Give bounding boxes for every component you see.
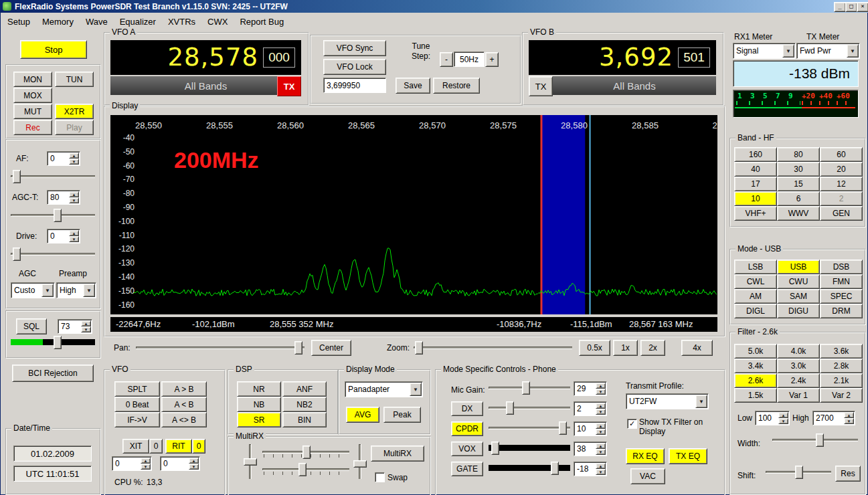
spinner-down-icon[interactable]: ▼	[844, 418, 854, 424]
drive-slider[interactable]	[11, 248, 95, 260]
display-mode-dropdown[interactable]: Panadapter▼	[345, 381, 423, 397]
zoom-2x-button[interactable]: 2x	[640, 340, 665, 356]
af-spinner[interactable]: 0▲▼	[47, 151, 80, 166]
mode-button-cwl[interactable]: CWL	[734, 274, 777, 289]
spinner-down-icon[interactable]: ▼	[596, 469, 606, 475]
spinner-up-icon[interactable]: ▲	[778, 412, 788, 418]
drive-spinner[interactable]: 0▲▼	[47, 229, 80, 243]
spinner-down-icon[interactable]: ▼	[778, 418, 788, 424]
bin-button[interactable]: BIN	[282, 412, 327, 427]
slider-thumb[interactable]	[294, 341, 302, 355]
multirx-pan-slider[interactable]	[262, 463, 349, 475]
zero-beat-button[interactable]: 0 Beat	[114, 397, 160, 412]
mode-button-digu[interactable]: DIGU	[777, 304, 820, 318]
mode-button-usb[interactable]: USB	[777, 260, 820, 274]
sql-slider[interactable]	[11, 336, 95, 348]
peak-button[interactable]: Peak	[383, 407, 421, 423]
preamp-dropdown[interactable]: High▼	[56, 282, 96, 298]
band-button-160[interactable]: 160	[734, 147, 777, 162]
agc-dropdown[interactable]: Custo▼	[11, 282, 55, 298]
agct-slider[interactable]	[11, 209, 95, 221]
slider-thumb[interactable]	[506, 401, 514, 415]
mode-button-drm[interactable]: DRM	[820, 304, 863, 318]
band-button-gen[interactable]: GEN	[820, 206, 863, 221]
spinner-up-icon[interactable]: ▲	[189, 458, 199, 464]
zoom-slider[interactable]	[414, 341, 572, 353]
spinner-down-icon[interactable]: ▼	[69, 197, 79, 203]
center-button[interactable]: Center	[311, 340, 351, 356]
tun-button[interactable]: TUN	[55, 72, 94, 87]
close-button[interactable]: ×	[857, 2, 868, 12]
mic-gain-spinner[interactable]: 29▲▼	[574, 381, 607, 396]
sql-spinner[interactable]: 73▲▼	[58, 319, 92, 334]
avg-button[interactable]: AVG	[346, 407, 379, 423]
slider-thumb[interactable]	[13, 170, 21, 183]
spinner-up-icon[interactable]: ▲	[596, 383, 606, 389]
menu-item-cwx[interactable]: CWX	[201, 13, 234, 30]
dropdown-arrow-icon[interactable]: ▼	[41, 284, 54, 297]
spinner-up-icon[interactable]: ▲	[69, 153, 79, 159]
tune-step-minus-button[interactable]: -	[440, 52, 453, 67]
band-button-15[interactable]: 15	[777, 177, 820, 191]
xit-button[interactable]: XIT	[122, 439, 149, 454]
band-button-10[interactable]: 10	[734, 191, 777, 206]
band-button-60[interactable]: 60	[820, 147, 863, 162]
vac-button[interactable]: VAC	[630, 468, 665, 484]
a-to-b-button[interactable]: A > B	[161, 381, 207, 397]
band-button-17[interactable]: 17	[734, 177, 777, 191]
dropdown-arrow-icon[interactable]: ▼	[847, 44, 859, 58]
title-bar[interactable]: FlexRadio Systems PowerSDR Test Branch v…	[0, 0, 868, 13]
cpdr-slider[interactable]	[489, 421, 570, 433]
gate-spinner[interactable]: -18▲▼	[574, 462, 607, 476]
spinner-up-icon[interactable]: ▲	[844, 412, 854, 418]
slider-thumb[interactable]	[302, 446, 311, 459]
filter-button-36k[interactable]: 3.6k	[820, 344, 863, 359]
nr-button[interactable]: NR	[237, 381, 281, 397]
mox-button[interactable]: MOX	[13, 88, 52, 103]
vfo-b-frequency-display[interactable]: 3,692 501	[529, 40, 716, 75]
cpdr-spinner[interactable]: 10▲▼	[574, 421, 607, 436]
dropdown-arrow-icon[interactable]: ▼	[695, 395, 707, 408]
restore-button[interactable]: Restore	[433, 78, 480, 94]
filter-button-28k[interactable]: 2.8k	[820, 359, 863, 373]
filter-button-50k[interactable]: 5.0k	[734, 344, 777, 359]
gate-slider[interactable]	[489, 462, 570, 474]
minimize-button[interactable]: _	[834, 2, 846, 12]
filter-button-24k[interactable]: 2.4k	[777, 373, 820, 388]
vfo-a-frequency-display[interactable]: 28,578 000	[110, 40, 301, 75]
dx-slider[interactable]	[489, 401, 570, 413]
mode-button-fmn[interactable]: FMN	[820, 274, 863, 289]
slider-thumb[interactable]	[559, 421, 567, 435]
tune-step-plus-button[interactable]: +	[485, 52, 499, 67]
agct-spinner[interactable]: 80▲▼	[47, 190, 80, 205]
pan-slider[interactable]	[136, 341, 305, 353]
tx-meter-dropdown[interactable]: Fwd Pwr▼	[796, 43, 860, 59]
spinner-down-icon[interactable]: ▼	[596, 389, 606, 395]
filter-button-40k[interactable]: 4.0k	[777, 344, 820, 359]
zoom-4x-button[interactable]: 4x	[681, 340, 713, 356]
vox-spinner[interactable]: 38▲▼	[574, 441, 607, 456]
gate-button[interactable]: GATE	[451, 462, 483, 476]
save-button[interactable]: Save	[396, 78, 430, 94]
vfo-b-band-bar[interactable]: All Bands	[553, 76, 716, 95]
spinner-down-icon[interactable]: ▼	[81, 326, 91, 332]
spinner-down-icon[interactable]: ▼	[596, 409, 606, 415]
cpdr-button[interactable]: CPDR	[451, 421, 483, 436]
vox-button[interactable]: VOX	[451, 441, 483, 456]
zoom-05x-button[interactable]: 0.5x	[579, 340, 610, 356]
tune-step-field[interactable]: 50Hz	[454, 52, 485, 67]
spinner-up-icon[interactable]: ▲	[596, 403, 606, 409]
sql-button[interactable]: SQL	[16, 318, 47, 334]
menu-item-memory[interactable]: Memory	[36, 13, 80, 30]
menu-item-setup[interactable]: Setup	[1, 13, 36, 30]
spinner-down-icon[interactable]: ▼	[69, 159, 79, 165]
spinner-up-icon[interactable]: ▲	[81, 320, 91, 326]
multirx-pan-right-slider[interactable]	[353, 444, 365, 479]
anf-button[interactable]: ANF	[282, 381, 327, 397]
filter-res-button[interactable]: Res	[835, 466, 861, 482]
band-button-40[interactable]: 40	[734, 162, 777, 177]
spectrum-display[interactable]: 28,55028,55528,56028,56528,57028,57528,5…	[110, 115, 717, 314]
rec-button[interactable]: Rec	[13, 120, 52, 135]
band-button-30[interactable]: 30	[777, 162, 820, 177]
filter-button-var2[interactable]: Var 2	[820, 388, 863, 403]
